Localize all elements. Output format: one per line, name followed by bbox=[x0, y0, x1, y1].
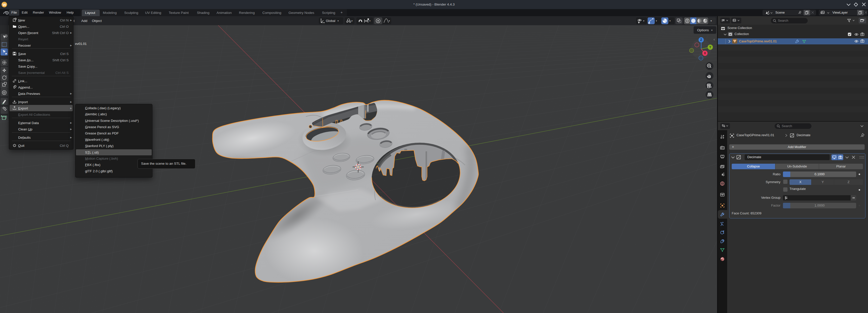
svg-text:▾: ▾ bbox=[369, 20, 371, 22]
svg-text:▾: ▾ bbox=[656, 20, 657, 22]
svg-text:Object: Object bbox=[92, 19, 102, 23]
svg-text:▾: ▾ bbox=[669, 20, 671, 22]
svg-text:ev01.01: ev01.01 bbox=[75, 42, 87, 46]
svg-text:▾: ▾ bbox=[711, 29, 713, 32]
svg-text:▾: ▾ bbox=[711, 20, 712, 22]
svg-text:▾: ▾ bbox=[337, 20, 339, 22]
svg-text:X: X bbox=[704, 51, 706, 55]
svg-text:Options: Options bbox=[697, 28, 709, 32]
svg-text:Y: Y bbox=[709, 45, 711, 49]
svg-text:▾: ▾ bbox=[389, 20, 390, 22]
svg-text:Z: Z bbox=[700, 38, 702, 42]
svg-text:▾: ▾ bbox=[351, 20, 352, 22]
svg-text:▾: ▾ bbox=[643, 20, 644, 22]
svg-text:Add: Add bbox=[81, 19, 87, 23]
svg-text:Global: Global bbox=[326, 19, 335, 23]
